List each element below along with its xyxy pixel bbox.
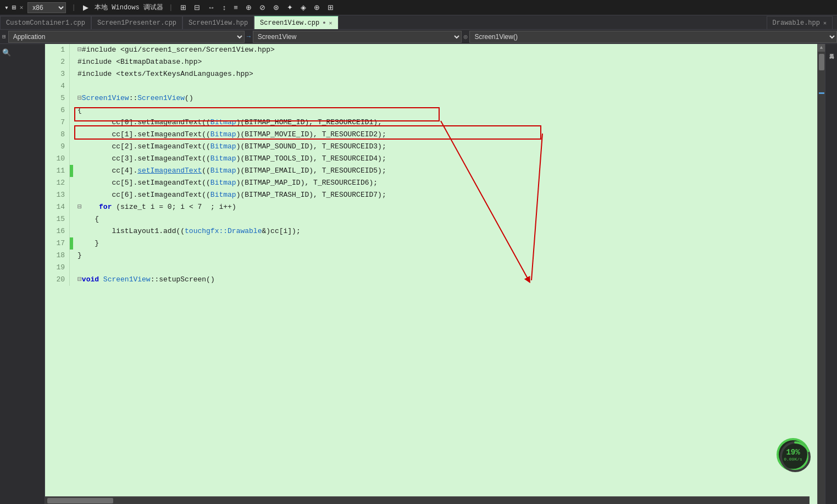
line-num-5: 5 [45,92,70,104]
scrollbar-marker [819,92,824,94]
tab-drawable-hpp[interactable]: Drawable.hpp ✕ [767,16,833,29]
toolbar-btn-8[interactable]: ⊛ [271,3,281,12]
toolbar-btn-7[interactable]: ⊘ [258,3,267,12]
tab-label-1: CustomContainer1.cpp [6,19,85,27]
line-num-6: 6 [45,104,70,117]
main-layout: 🔍 1 ⊟#include <gui/screen1_screen/Screen… [0,44,837,504]
sidebar-search-area: 🔍 [0,46,45,59]
line-code-5: ⊟Screen1View::Screen1View() [73,92,817,104]
progress-speed: 0.09K/s [784,457,802,462]
line-code-13: cc[6].setImageandText((Bitmap)(BITMAP_TR… [73,189,817,201]
code-line-7: 7 cc[0].setImageandText((Bitmap)(BITMAP_… [45,117,817,129]
scrollbar-thumb[interactable] [819,54,824,70]
line-code-4 [73,80,817,92]
code-line-6: 6 { [45,104,817,117]
scroll-up-btn[interactable]: ▲ [818,44,825,52]
line-code-16: listLayout1.add((touchgfx::Drawable&)cc[… [73,225,817,237]
toolbar-sep1: | [70,3,77,12]
scope-dropdown[interactable]: Application [8,31,245,43]
line-num-11: 11 [45,165,70,177]
code-line-1: 1 ⊟#include <gui/screen1_screen/Screen1V… [45,44,817,56]
right-side-toolbar: 工具箱 [825,44,837,504]
toolbar-btn-10[interactable]: ◈ [299,3,308,12]
line-num-14: 14 [45,201,70,213]
line-num-8: 8 [45,129,70,141]
h-scrollbar[interactable] [45,496,810,504]
right-sidebar-btn1[interactable]: 工具箱 [827,45,836,55]
code-line-18: 18 } [45,250,817,262]
code-line-20: 20 ⊟void Screen1View::setupScreen() [45,274,817,286]
code-line-11: 11 cc[4].setImageandText((Bitmap)(BITMAP… [45,165,817,177]
toolbar-btn-2[interactable]: ⊟ [192,3,202,12]
line-num-20: 20 [45,274,70,286]
tab-bar: CustomContainer1.cpp Screen1Presenter.cp… [0,15,837,30]
tab-close-5[interactable]: ✕ [823,20,827,26]
line-num-13: 13 [45,189,70,201]
toolbar-btn-5[interactable]: ≡ [232,3,240,12]
tab-screen1-view-hpp[interactable]: Screen1View.hpp [182,16,254,29]
line-code-11: cc[4].setImageandText((Bitmap)(BITMAP_EM… [73,165,817,177]
code-line-16: 16 listLayout1.add((touchgfx::Drawable&)… [45,225,817,237]
line-code-8: cc[1].setImageandText((Bitmap)(BITMAP_MO… [73,129,817,141]
code-line-5: 5 ⊟Screen1View::Screen1View() [45,92,817,104]
toolbar-btn-3[interactable]: ↔ [206,3,217,12]
toolbar-btn-11[interactable]: ⊕ [312,3,322,12]
debug-label: 本地 Windows 调试器 [95,3,163,12]
code-line-19: 19 [45,262,817,274]
toolbar-btn-4[interactable]: ↕ [221,3,228,12]
line-code-18: } [73,250,817,262]
code-content: 1 ⊟#include <gui/screen1_screen/Screen1V… [45,44,817,286]
nav-bar: ⊞ Application → Screen1View ◎ Screen1Vie… [0,30,837,44]
method-dropdown[interactable]: Screen1View() [469,31,837,43]
run-button[interactable]: ▶ [81,3,90,12]
tab-label-3: Screen1View.hpp [189,19,248,27]
line-code-15: { [73,213,817,225]
right-scrollbar[interactable]: ▲ [817,44,825,504]
nav-scope-icon: ⊞ [0,33,8,40]
nav-method-icon: ◎ [462,33,470,40]
line-code-14: ⊟ for (size_t i = 0; i < 7 ; i++) [73,201,817,213]
toolbar-btn-9[interactable]: ✦ [285,3,295,12]
line-num-9: 9 [45,141,70,153]
tab-label-2: Screen1Presenter.cpp [97,19,176,27]
line-num-17: 17 [45,237,70,250]
progress-circle-container: 19% 0.09K/s [777,438,810,471]
tab-screen1-presenter[interactable]: Screen1Presenter.cpp [91,16,182,29]
title-bar-left: ▾ ⊞ ✕ [4,3,23,12]
line-num-3: 3 [45,68,70,80]
class-dropdown[interactable]: Screen1View [253,31,462,43]
tab-close-4[interactable]: ✕ [329,20,332,26]
line-code-19 [73,262,817,274]
pin-icon2[interactable]: ⊞ [12,3,16,12]
line-num-19: 19 [45,262,70,274]
line-code-3: #include <texts/TextKeysAndLanguages.hpp… [73,68,817,80]
line-num-16: 16 [45,225,70,237]
pin-icon[interactable]: ▾ [4,3,9,12]
search-icon[interactable]: 🔍 [2,48,11,57]
toolbar-btn-1[interactable]: ⊞ [179,3,188,12]
close-icon[interactable]: ✕ [20,4,24,11]
h-scrollbar-thumb[interactable] [47,498,113,503]
line-code-1: ⊟#include <gui/screen1_screen/Screen1Vie… [73,44,817,56]
toolbar-btn-12[interactable]: ⊞ [326,3,335,12]
line-num-4: 4 [45,80,70,92]
code-line-10: 10 cc[3].setImageandText((Bitmap)(BITMAP… [45,153,817,165]
nav-arrow: → [245,33,253,41]
tab-label-4: Screen1View.cpp [260,19,319,27]
line-code-2: #include <BitmapDatabase.hpp> [73,56,817,68]
line-num-12: 12 [45,177,70,189]
code-line-9: 9 cc[2].setImageandText((Bitmap)(BITMAP_… [45,141,817,153]
code-line-14: 14 ⊟ for (size_t i = 0; i < 7 ; i++) [45,201,817,213]
code-line-12: 12 cc[5].setImageandText((Bitmap)(BITMAP… [45,177,817,189]
tab-far-right: Drawable.hpp ✕ [767,16,837,29]
line-code-20: ⊟void Screen1View::setupScreen() [73,274,817,286]
progress-circle: 19% 0.09K/s [777,438,810,471]
code-editor[interactable]: 1 ⊟#include <gui/screen1_screen/Screen1V… [45,44,817,504]
tab-custom-container[interactable]: CustomContainer1.cpp [0,16,91,29]
progress-percent: 19% [786,448,800,457]
toolbar-sep2: | [168,3,174,12]
toolbar-btn-6[interactable]: ⊕ [244,3,253,12]
tab-screen1-view-cpp[interactable]: Screen1View.cpp ● ✕ [254,16,338,29]
line-num-1: 1 [45,44,70,56]
arch-dropdown[interactable]: x86 [27,2,66,13]
